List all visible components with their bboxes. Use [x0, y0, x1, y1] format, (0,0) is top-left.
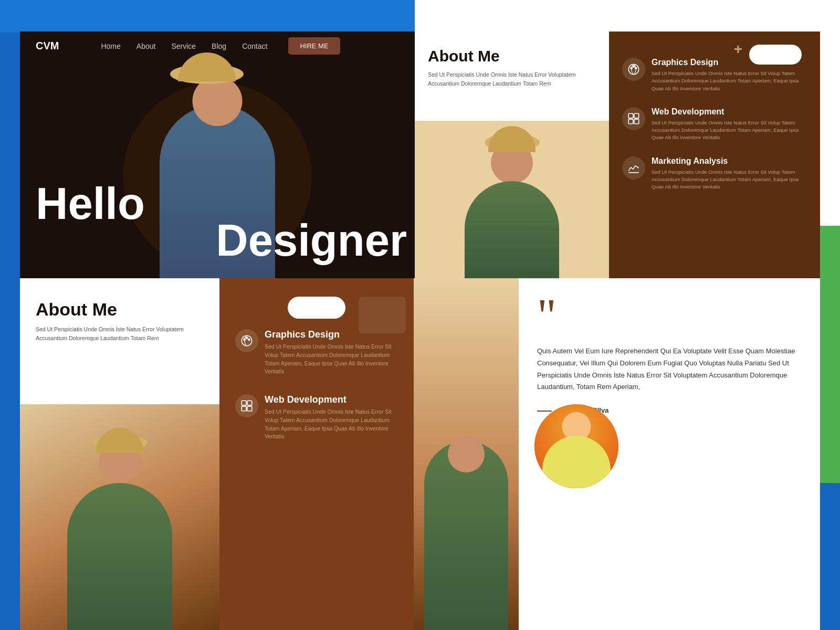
mid-face — [448, 436, 485, 472]
service-item-web-right: Web Development Sed Ut Perspiciatis Unde… — [622, 107, 807, 142]
bottom-person-figure — [67, 430, 172, 630]
svg-point-10 — [244, 339, 245, 340]
nav-contact[interactable]: Contact — [242, 42, 267, 50]
service-item-graphics-bottom: Graphics Design Sed Ut Perspiciatis Unde… — [235, 329, 398, 376]
puzzle-icon-bottom — [240, 399, 254, 413]
hero-designer-text: Designer — [216, 218, 407, 262]
oval-decoration-top-right — [749, 45, 802, 65]
svg-rect-13 — [242, 401, 246, 405]
about-desc-top: Sed Ut Perspiciatis Unde Omnis Iste Natu… — [428, 70, 596, 88]
service-body-graphics-bottom: Graphics Design Sed Ut Perspiciatis Unde… — [265, 329, 398, 376]
oval-decoration-brown — [288, 297, 345, 319]
nav-bar: CVM Home About Service Blog Contact HIRE… — [20, 32, 415, 60]
svg-point-11 — [248, 339, 250, 340]
hero-section: CVM Home About Service Blog Contact HIRE… — [20, 32, 415, 278]
about-person — [465, 142, 559, 278]
about-image-panel: About Me Sed Ut Perspiciatis Unde Omnis … — [415, 32, 609, 278]
service-title-web-right: Web Development — [652, 107, 807, 117]
about-person-beige — [415, 121, 609, 278]
about-bottom-title: About Me — [20, 278, 219, 325]
service-title-web-bottom: Web Development — [265, 394, 398, 405]
person-hat-crown-about — [488, 126, 536, 152]
svg-point-12 — [246, 337, 247, 339]
palette-icon-bottom — [240, 334, 254, 348]
nav-blog[interactable]: Blog — [212, 42, 226, 50]
service-title-marketing-right: Marketing Analysis — [652, 156, 807, 166]
palette-icon — [627, 62, 640, 76]
svg-point-1 — [631, 67, 632, 69]
services-list-right: Graphics Design Sed Ut Perspiciatis Unde… — [609, 32, 820, 278]
service-desc-marketing-right: Sed Ut Perspiciatis Unde Omnis Iste Natu… — [652, 169, 807, 191]
service-body-marketing-right: Marketing Analysis Sed Ut Perspiciatis U… — [652, 156, 807, 191]
about-title-top: About Me — [428, 47, 596, 65]
rect-decoration-brown — [359, 297, 406, 333]
middle-person-panel — [414, 278, 519, 630]
hero-hello-text: Hello — [36, 181, 145, 226]
service-desc-web-bottom: Sed Ut Perspiciatis Unde Omnis Iste Natu… — [265, 408, 398, 441]
hire-me-button[interactable]: HIRE ME — [288, 37, 340, 55]
middle-person-bg — [414, 278, 519, 630]
person-body-orange — [542, 436, 611, 488]
nav-links: Home About Service Blog Contact — [101, 41, 267, 51]
svg-point-3 — [633, 66, 634, 67]
service-body-web-bottom: Web Development Sed Ut Perspiciatis Unde… — [265, 394, 398, 441]
service-desc-graphics-bottom: Sed Ut Perspiciatis Unde Omnis Iste Natu… — [265, 343, 398, 376]
nav-service[interactable]: Service — [171, 42, 196, 50]
services-right-panel: + Graphics Design Sed Ut Perspiciatis Un… — [609, 32, 820, 278]
mid-person-figure — [424, 410, 508, 630]
svg-rect-15 — [242, 406, 246, 411]
service-item-marketing-right: Marketing Analysis Sed Ut Perspiciatis U… — [622, 156, 807, 191]
svg-rect-16 — [247, 406, 252, 411]
svg-rect-14 — [247, 401, 252, 405]
svg-point-2 — [635, 67, 637, 69]
plus-decoration: + — [734, 41, 742, 58]
bg-blue-left-strip — [0, 0, 20, 630]
service-item-web-bottom: Web Development Sed Ut Perspiciatis Unde… — [235, 394, 398, 441]
services-bottom-brown-panel: Graphics Design Sed Ut Perspiciatis Unde… — [219, 278, 414, 630]
quote-mark-decoration: " — [537, 299, 802, 332]
person-body-about — [465, 181, 559, 278]
service-body-web-right: Web Development Sed Ut Perspiciatis Unde… — [652, 107, 807, 142]
person-orange-bg — [534, 404, 618, 488]
about-image-area — [415, 121, 609, 278]
web-icon-right — [622, 107, 645, 130]
nav-home[interactable]: Home — [101, 42, 120, 50]
about-bottom-person-image — [20, 404, 219, 630]
about-bottom-white-panel: About Me Sed Ut Perspiciatis Unde Omnis … — [20, 278, 219, 630]
svg-rect-7 — [634, 119, 639, 124]
logo: CVM — [36, 40, 59, 52]
puzzle-icon — [627, 112, 640, 125]
web-icon-bottom — [235, 394, 258, 417]
bp-body — [67, 483, 172, 630]
about-header: About Me Sed Ut Perspiciatis Unde Omnis … — [415, 32, 609, 96]
chart-icon — [627, 161, 640, 175]
svg-rect-6 — [628, 119, 633, 124]
graphics-icon-bottom — [235, 329, 258, 352]
services-brown-content: Graphics Design Sed Ut Perspiciatis Unde… — [219, 278, 414, 474]
about-bottom-desc: Sed Ut Perspiciatis Unde Omnis Iste Natu… — [20, 325, 219, 343]
testimonial-person-circle — [534, 404, 618, 488]
svg-rect-5 — [634, 113, 639, 118]
marketing-icon-right — [622, 156, 645, 180]
service-desc-web-right: Sed Ut Perspiciatis Unde Omnis Iste Natu… — [652, 119, 807, 142]
bg-blue-top-strip — [0, 0, 415, 33]
testimonial-panel: " Quis Autem Vel Eum Iure Reprehenderit … — [519, 278, 820, 630]
nav-about[interactable]: About — [136, 42, 156, 50]
graphics-icon-right — [622, 58, 645, 81]
svg-rect-4 — [628, 113, 633, 118]
service-desc-graphics-right: Sed Ut Perspiciatis Unde Omnis Iste Natu… — [652, 70, 807, 92]
testimonial-text: Quis Autem Vel Eum Iure Reprehenderit Qu… — [537, 345, 802, 393]
bp-hat-crown — [96, 428, 143, 453]
